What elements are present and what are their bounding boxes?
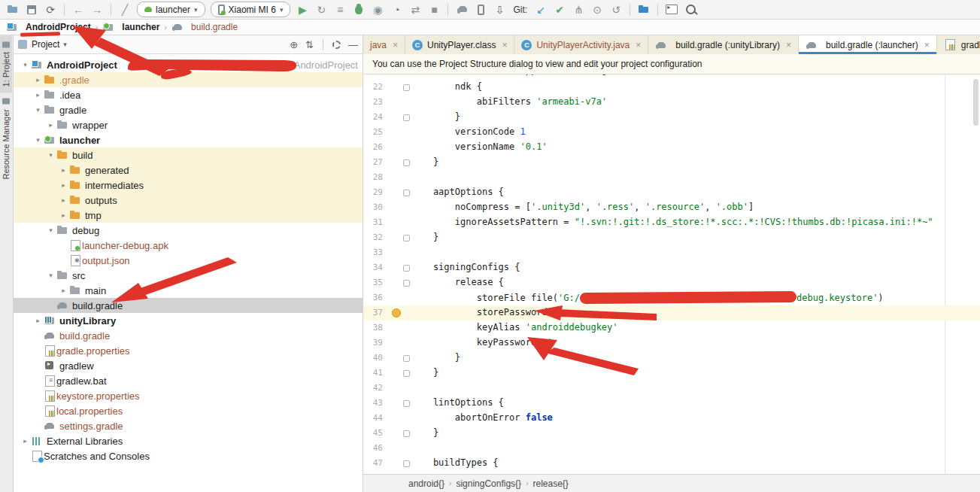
tree-item-keystore-properties[interactable]: keystore.properties	[14, 388, 363, 403]
tree-item-gradle-properties[interactable]: gradle.properties	[14, 343, 363, 358]
close-icon[interactable]: ×	[786, 40, 791, 50]
code-breadcrumb-item[interactable]: signingConfigs{}	[456, 478, 521, 489]
tree-item-scratches-and-consoles[interactable]: Scratches and Consoles	[14, 448, 363, 463]
chevron-down-icon[interactable]: ▾	[45, 151, 56, 159]
project-structure-button[interactable]	[637, 3, 651, 17]
restart-activity-button[interactable]: ↻	[314, 3, 328, 17]
tree-item--gradle[interactable]: ▸.gradle	[14, 72, 363, 87]
fold-marker-icon[interactable]	[403, 235, 410, 241]
fold-marker-icon[interactable]	[403, 159, 410, 166]
tree-item-local-properties[interactable]: local.properties	[14, 403, 363, 418]
tree-item-gradle[interactable]: ▾gradle	[14, 102, 363, 117]
chevron-down-icon[interactable]: ▾	[32, 136, 44, 144]
forward-button[interactable]: →	[90, 3, 104, 17]
close-icon[interactable]: ×	[636, 40, 641, 50]
tree-item-build-gradle[interactable]: build.gradle	[14, 298, 363, 313]
apply-and-restart-button[interactable]: ⇄	[408, 3, 422, 17]
fold-marker-icon[interactable]	[403, 430, 410, 437]
chevron-down-icon[interactable]: ▾	[32, 106, 44, 114]
close-icon[interactable]: ×	[393, 40, 398, 50]
tree-item-launcher[interactable]: ▾launcher	[14, 132, 363, 147]
tree-item-build[interactable]: ▾build	[14, 147, 363, 162]
toolwindow-tab-resource-manager[interactable]: Resource Manager	[0, 93, 12, 186]
tree-item-tmp[interactable]: ▸tmp	[14, 208, 363, 223]
tree-item-src[interactable]: ▾src	[14, 268, 363, 283]
profiler-button[interactable]: ◔	[390, 3, 403, 17]
chevron-right-icon[interactable]: ▸	[32, 317, 44, 324]
code-editor[interactable]: applicationId 'g'22 ndk {23 abiFilters '…	[363, 74, 980, 474]
chevron-right-icon[interactable]: ▸	[58, 287, 69, 294]
fold-marker-icon[interactable]	[403, 280, 410, 287]
chevron-right-icon[interactable]: ▸	[32, 76, 44, 84]
close-icon[interactable]: ×	[924, 40, 930, 50]
tab-build-gradle-unitylibrary-[interactable]: build.gradle (:unityLibrary)×	[648, 35, 799, 54]
sdk-manager-button[interactable]: ⇩	[493, 3, 506, 17]
open-project-button[interactable]	[6, 3, 20, 17]
rollback-button[interactable]: ↺	[609, 3, 623, 17]
chevron-right-icon[interactable]: ▸	[20, 437, 31, 445]
fold-marker-icon[interactable]	[403, 265, 410, 272]
run-config-select[interactable]: launcher▾	[137, 2, 205, 17]
tree-item-debug[interactable]: ▾debug	[14, 223, 363, 238]
back-button[interactable]: ←	[71, 3, 85, 17]
toolwindow-tab-1-project[interactable]: 1: Project	[0, 35, 12, 93]
history-button[interactable]: ⊙	[590, 3, 604, 17]
debug-button[interactable]	[352, 3, 366, 17]
hide-panel-icon[interactable]: —	[348, 39, 358, 50]
apply-changes-button[interactable]: ≡	[333, 3, 347, 17]
save-all-button[interactable]	[25, 3, 38, 17]
chevron-right-icon[interactable]: ▸	[58, 181, 69, 189]
code-breadcrumb-item[interactable]: android{}	[408, 478, 444, 489]
tab-build-gradle-launcher-[interactable]: build.gradle (:launcher)×	[799, 35, 937, 54]
intention-bulb-icon[interactable]	[392, 308, 401, 317]
chevron-down-icon[interactable]: ▾	[20, 61, 31, 68]
search-everywhere-button[interactable]	[684, 3, 697, 17]
terminal-button[interactable]	[665, 3, 678, 17]
chevron-down-icon[interactable]: ▾	[45, 226, 56, 234]
device-select[interactable]: Xiaomi MI 6▾	[211, 2, 291, 17]
tree-item-wrapper[interactable]: ▸wrapper	[14, 117, 363, 132]
device-manager-button[interactable]	[474, 3, 487, 17]
code-breadcrumb-item[interactable]: release{}	[532, 478, 568, 489]
tree-item-intermediates[interactable]: ▸intermediates	[14, 178, 363, 193]
vcs-update-button[interactable]: ↙	[534, 3, 548, 17]
tab-unityplayer-class[interactable]: CUnityPlayer.class×	[405, 35, 514, 54]
close-icon[interactable]: ×	[502, 40, 507, 50]
fold-marker-icon[interactable]	[403, 190, 410, 196]
chevron-right-icon[interactable]: ▸	[45, 121, 56, 129]
tree-item-androidproject[interactable]: ▾AndroidProjectg\AndroidProject	[14, 57, 363, 72]
chevron-down-icon[interactable]: ▾	[45, 272, 56, 279]
run-button[interactable]: ▶	[296, 3, 309, 17]
breadcrumb-item-launcher[interactable]: launcher	[102, 21, 159, 33]
tree-item-settings-gradle[interactable]: settings.gradle	[14, 418, 363, 433]
chevron-right-icon[interactable]: ▸	[58, 211, 69, 219]
tree-item-main[interactable]: ▸main	[14, 283, 363, 298]
breadcrumb-item-androidproject[interactable]: AndroidProject	[6, 21, 91, 33]
tree-item-output-json[interactable]: output.json	[14, 253, 363, 268]
gear-icon[interactable]	[332, 41, 341, 49]
gradle-sync-button[interactable]	[455, 3, 469, 17]
tab-unityplayeractivity-java[interactable]: CUnityPlayerActivity.java×	[514, 35, 648, 54]
tree-item--idea[interactable]: ▸.idea	[14, 87, 363, 102]
stop-button[interactable]: ■	[427, 3, 441, 17]
collapse-all-icon[interactable]: ⇅	[305, 39, 314, 50]
chevron-right-icon[interactable]: ▸	[58, 166, 69, 174]
tree-item-external-libraries[interactable]: ▸External Libraries	[14, 433, 363, 448]
sync-button[interactable]: ⟳	[44, 3, 57, 17]
fold-marker-icon[interactable]	[403, 84, 410, 91]
chevron-right-icon[interactable]: ▸	[32, 91, 44, 99]
fold-marker-icon[interactable]	[403, 400, 410, 407]
tree-item-gradlew-bat[interactable]: gradlew.bat	[14, 373, 363, 388]
breadcrumb-item-build-gradle[interactable]: build.gradle	[171, 21, 238, 33]
build-button[interactable]: ╱	[118, 3, 132, 17]
locate-file-icon[interactable]: ⊕	[290, 39, 298, 50]
project-view-title[interactable]: Project	[32, 39, 59, 50]
tree-item-outputs[interactable]: ▸outputs	[14, 193, 363, 208]
tree-item-launcher-debug-apk[interactable]: launcher-debug.apk	[14, 238, 363, 253]
vcs-commit-button[interactable]: ✔	[553, 3, 566, 17]
attach-debugger-button[interactable]: ◉	[371, 3, 384, 17]
tab-java[interactable]: java×	[363, 35, 405, 54]
tree-item-build-gradle[interactable]: build.gradle	[14, 328, 363, 343]
fold-marker-icon[interactable]	[403, 355, 410, 362]
fold-marker-icon[interactable]	[403, 460, 410, 467]
